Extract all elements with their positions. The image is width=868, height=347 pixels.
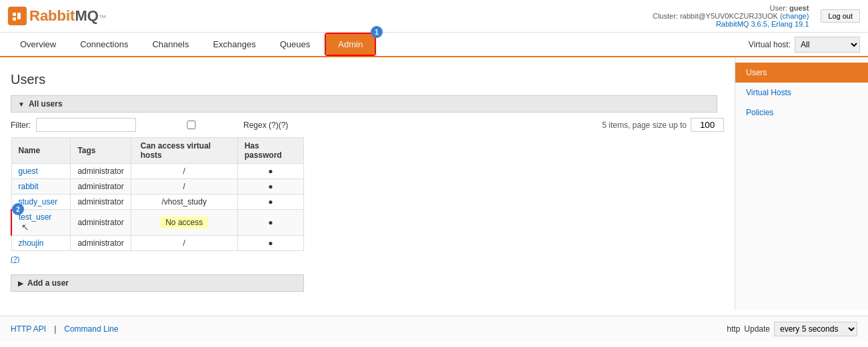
table-row: rabbit administrator / ● [11,179,304,194]
sidebar: Users Virtual Hosts Policies [735,57,868,310]
section-arrow: ▼ [18,101,25,108]
vhost-label: Virtual host: [749,40,791,49]
header: RabbitMQ™ User: guest Cluster: rabbit@Y5… [0,0,868,33]
add-user-section: ▶ Add a user [11,274,724,292]
nav-exchanges[interactable]: Exchanges [201,33,267,56]
vhost-selector: Virtual host: All / /vhost_study [749,34,860,55]
command-line-link[interactable]: Command Line [64,324,118,334]
nav-channels[interactable]: Channels [140,33,201,56]
user-name-link[interactable]: rabbit [19,182,39,191]
page-title: Users [11,72,724,87]
sidebar-item-virtual-hosts[interactable]: Virtual Hosts [735,83,868,103]
user-password: ● [237,210,303,236]
add-user-arrow: ▶ [18,280,23,287]
update-label: Update [744,324,770,334]
col-tags: Tags [71,138,131,164]
footer-right: http Update every 5 seconds every 10 sec… [727,322,857,336]
update-interval-select[interactable]: every 5 seconds every 10 seconds every 3… [774,322,857,336]
footer-links: HTTP API | Command Line [11,324,119,334]
user-vhosts: / [131,164,237,179]
footer-separator: | [54,324,56,334]
table-row: zhoujin administrator / ● [11,236,304,251]
user-password: ● [237,164,303,179]
cursor-icon: ↖ [21,222,29,232]
row-step-badge: 2 [12,203,24,215]
page-size-input[interactable] [691,118,724,132]
col-password: Has password [237,138,303,164]
user-tags: administrator [71,236,131,251]
users-table: Name Tags Can access virtual hosts Has p… [11,137,304,251]
sidebar-item-policies[interactable]: Policies [735,103,868,123]
user-label: User: [770,4,787,12]
logo-icon [8,7,27,25]
admin-step-badge: 1 [371,26,383,38]
user-name-link[interactable]: zhoujin [19,238,44,248]
footer: HTTP API | Command Line http Update ever… [0,316,868,342]
test-user-name-wrapper: test_user 2 [19,212,51,222]
user-password: ● [237,179,303,194]
all-users-section-header[interactable]: ▼ All users [11,95,717,113]
user-vhosts: /vhost_study [131,194,237,210]
add-user-label: Add a user [27,278,69,288]
vhost-select[interactable]: All / /vhost_study [795,37,860,53]
logo: RabbitMQ™ [8,7,107,25]
nav-admin-wrapper: Admin 1 [325,33,376,56]
table-row: guest administrator / ● [11,164,304,179]
user-info: User: guest Cluster: rabbit@Y5UV0KCZURJ3… [653,4,809,28]
user-vhosts-noaccess: No access [131,210,237,236]
content-wrapper: Users ▼ All users Filter: Regex (?)(?) 5… [0,57,868,310]
logout-button[interactable]: Log out [821,9,860,23]
filter-label: Filter: [11,121,31,130]
user-tags: administrator [71,164,131,179]
svg-rect-1 [13,13,16,16]
user-vhosts: / [131,236,237,251]
svg-rect-2 [13,17,16,21]
user-tags: administrator [71,179,131,194]
section-title: All users [29,99,63,109]
filter-row: Filter: Regex (?)(?) 5 items, page size … [11,118,724,132]
user-tags: administrator [71,210,131,236]
table-row: test_user 2 ↖ administrator No access ● [11,210,304,236]
filter-input[interactable] [36,118,136,132]
nav-connections[interactable]: Connections [68,33,140,56]
user-password: ● [237,194,303,210]
nav-queues[interactable]: Queues [268,33,323,56]
user-vhosts: / [131,179,237,194]
http-api-link[interactable]: HTTP API [11,324,46,334]
user-name-link[interactable]: study_user [19,197,58,206]
sidebar-item-users[interactable]: Users [735,63,868,83]
cluster-change-link[interactable]: (change) [780,12,809,20]
svg-rect-3 [17,13,21,19]
col-vhosts: Can access virtual hosts [131,138,237,164]
user-name: guest [789,4,809,12]
help-link[interactable]: (?) [11,255,19,263]
regex-checkbox[interactable] [141,121,241,129]
user-password: ● [237,236,303,251]
regex-label[interactable]: Regex (?)(?) [141,121,288,130]
user-tags: administrator [71,194,131,210]
cluster-value: rabbit@Y5UV0KCZURJ3UOK [680,12,778,20]
table-row: study_user administrator /vhost_study ● [11,194,304,210]
user-name-link[interactable]: guest [19,167,38,176]
page-size-info: 5 items, page size up to [602,118,724,132]
update-prefix: http [727,324,740,334]
col-name: Name [11,138,71,164]
version-link[interactable]: RabbitMQ 3.6.5, Erlang 19.1 [716,20,809,28]
logo-text: RabbitMQ™ [29,7,107,25]
user-name-link[interactable]: test_user [19,212,51,222]
cluster-label: Cluster: [653,12,678,20]
nav-admin[interactable]: Admin [326,34,375,55]
nav-overview[interactable]: Overview [8,33,68,56]
main-content: Users ▼ All users Filter: Regex (?)(?) 5… [0,57,735,310]
add-user-header[interactable]: ▶ Add a user [11,274,304,292]
